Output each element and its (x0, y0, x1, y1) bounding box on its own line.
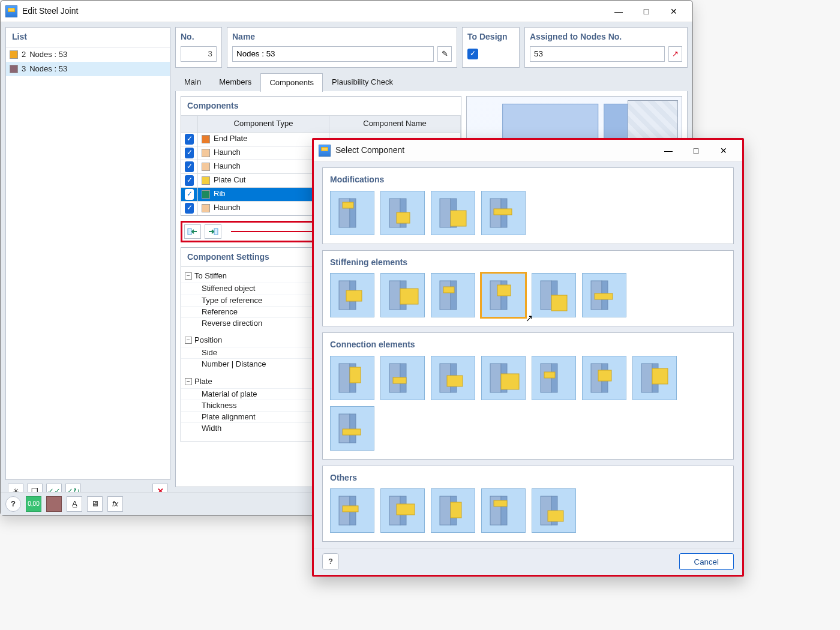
component-thumbnail[interactable] (330, 406, 374, 451)
cancel-button[interactable]: Cancel (679, 553, 734, 570)
minimize-button[interactable]: — (655, 142, 682, 160)
settings-item-label: Material of plate (202, 389, 257, 400)
tab-main[interactable]: Main (175, 73, 210, 91)
display-icon[interactable]: 🖥 (87, 496, 103, 512)
tab-components[interactable]: Components (260, 73, 323, 92)
component-thumbnail[interactable] (532, 488, 576, 533)
fx-icon[interactable]: fx (107, 496, 123, 512)
row-checkbox[interactable]: ✓ (185, 203, 194, 214)
help-icon[interactable]: ? (322, 553, 339, 570)
orientation-cube-icon[interactable] (628, 100, 678, 143)
component-thumbnail[interactable] (380, 488, 425, 533)
close-button[interactable]: ✕ (710, 142, 737, 160)
row-checkbox[interactable]: ✓ (185, 161, 194, 172)
help-icon[interactable]: ? (5, 496, 21, 512)
component-thumbnail[interactable] (330, 488, 374, 533)
row-checkbox[interactable]: ✓ (185, 148, 194, 158)
component-thumbnail[interactable] (330, 356, 374, 400)
to-design-checkbox[interactable]: ✓ (467, 49, 478, 59)
list-items[interactable]: 2 Nodes : 53 3 Nodes : 53 (6, 47, 170, 479)
component-thumbnail[interactable] (582, 273, 626, 317)
component-thumbnail[interactable] (380, 191, 425, 235)
maximize-button[interactable]: □ (632, 2, 660, 20)
insert-after-icon[interactable] (205, 224, 221, 239)
group-name: Position (194, 335, 222, 346)
svg-rect-36 (350, 367, 361, 383)
component-thumbnail[interactable] (532, 356, 576, 400)
component-thumbnail[interactable] (330, 273, 374, 317)
no-input (181, 46, 217, 62)
svg-rect-60 (343, 506, 358, 512)
component-thumbnail[interactable] (481, 356, 526, 400)
settings-item-label: Reference (202, 307, 238, 317)
category-title: Modifications (330, 174, 726, 186)
category-connection-elements: Connection elements (322, 332, 734, 460)
svg-rect-23 (451, 281, 457, 310)
color-swatch (202, 204, 210, 212)
row-checkbox[interactable]: ✓ (185, 134, 194, 145)
field-name: Name ✎ (227, 27, 457, 68)
close-button[interactable]: ✕ (660, 2, 688, 20)
list-item[interactable]: 2 Nodes : 53 (6, 47, 170, 62)
annotation-icon[interactable]: A̲ (67, 496, 82, 512)
component-thumbnail[interactable]: ↖ (481, 273, 526, 317)
edit-name-icon[interactable]: ✎ (437, 46, 452, 62)
svg-rect-48 (544, 372, 555, 378)
component-thumbnail[interactable] (380, 356, 425, 400)
components-title: Components (181, 97, 461, 116)
titlebar[interactable]: Edit Steel Joint — □ ✕ (1, 1, 692, 22)
pick-nodes-icon[interactable]: ↗ (668, 46, 682, 62)
list-item-label: Nodes : 53 (29, 64, 67, 74)
svg-rect-54 (652, 368, 668, 384)
units-icon[interactable]: 0,00 (26, 496, 41, 512)
category-modifications: Modifications (322, 167, 734, 244)
component-thumbnail[interactable] (532, 273, 576, 317)
category-others: Others (322, 466, 734, 542)
maximize-button[interactable]: □ (682, 142, 710, 160)
component-thumbnail[interactable] (380, 273, 425, 317)
collapse-icon[interactable]: − (185, 378, 192, 385)
list-item-idx: 3 (22, 64, 26, 74)
minimize-button[interactable]: — (605, 2, 632, 20)
assigned-input[interactable] (530, 46, 665, 62)
col-name: Component Name (329, 116, 461, 131)
svg-rect-19 (389, 281, 400, 310)
color-icon[interactable] (46, 496, 62, 512)
color-swatch (10, 65, 18, 73)
group-name: To Stiffen (194, 271, 227, 281)
component-thumbnail[interactable] (481, 488, 526, 533)
list-panel-title: List (6, 28, 170, 47)
tab-plausibility-check[interactable]: Plausibility Check (323, 73, 402, 91)
component-thumbnail[interactable] (481, 191, 526, 235)
component-thumbnail[interactable] (431, 191, 475, 235)
svg-rect-0 (188, 229, 191, 235)
name-label: Name (232, 31, 452, 43)
insert-before-icon[interactable] (184, 224, 201, 239)
list-item[interactable]: 3 Nodes : 53 (6, 62, 170, 76)
row-checkbox[interactable]: ✓ (185, 189, 194, 200)
window-title: Edit Steel Joint (22, 5, 78, 17)
settings-item-label: Width (202, 423, 221, 434)
svg-rect-63 (397, 504, 415, 515)
svg-rect-24 (443, 287, 454, 293)
select-titlebar[interactable]: Select Component — □ ✕ (314, 140, 742, 161)
component-thumbnail[interactable] (582, 356, 626, 400)
list-item-label: Nodes : 53 (29, 49, 67, 60)
row-checkbox[interactable]: ✓ (185, 175, 194, 186)
tab-members[interactable]: Members (210, 73, 260, 91)
settings-item-label: Stiffened object (202, 283, 255, 294)
name-input[interactable] (232, 46, 434, 62)
component-thumbnail[interactable] (431, 273, 475, 317)
color-swatch (202, 149, 210, 157)
tabs: MainMembersComponentsPlausibility Check (175, 73, 688, 91)
svg-rect-6 (343, 202, 353, 208)
collapse-icon[interactable]: − (185, 272, 192, 280)
list-panel: List 2 Nodes : 53 3 Nodes : 53 (5, 27, 170, 480)
component-thumbnail[interactable] (330, 191, 374, 235)
to-design-label: To Design (467, 31, 514, 43)
component-thumbnail[interactable] (431, 356, 475, 400)
component-thumbnail[interactable] (632, 356, 677, 400)
collapse-icon[interactable]: − (185, 337, 192, 344)
svg-rect-72 (548, 511, 563, 521)
component-thumbnail[interactable] (431, 488, 475, 533)
